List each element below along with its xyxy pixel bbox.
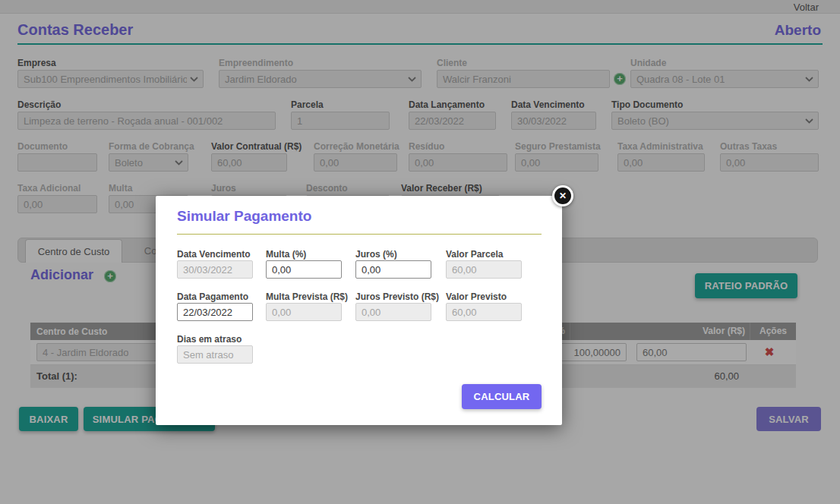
close-icon[interactable]: ✕: [552, 185, 573, 206]
calcular-button[interactable]: CALCULAR: [462, 384, 542, 409]
modal-data-pagamento-label: Data Pagamento: [177, 291, 248, 302]
modal-multa-pct-input[interactable]: [266, 260, 342, 279]
modal-juros-pct-label: Juros (%): [355, 249, 397, 260]
modal-dias-atraso-label: Dias em atraso: [177, 334, 242, 345]
modal-valor-parcela-label: Valor Parcela: [446, 249, 503, 260]
modal-juros-previsto-label: Juros Previsto (R$): [355, 291, 439, 302]
modal-multa-prevista-input[interactable]: [266, 303, 342, 321]
modal-divider: [177, 234, 542, 235]
contas-receber-page: Voltar Contas Receber Aberto Empresa Sub…: [0, 0, 840, 504]
modal-dias-atraso-input[interactable]: [177, 345, 253, 364]
simular-pagamento-modal: ✕ Simular Pagamento Data Vencimento Mult…: [156, 196, 562, 425]
modal-data-pagamento-input[interactable]: [177, 303, 253, 321]
modal-valor-previsto-label: Valor Previsto: [446, 291, 507, 302]
modal-data-vencimento-input[interactable]: [177, 260, 253, 279]
modal-juros-pct-input[interactable]: [355, 260, 431, 279]
modal-multa-prevista-label: Multa Prevista (R$): [266, 291, 348, 302]
modal-valor-previsto-input[interactable]: [446, 303, 522, 321]
modal-data-vencimento-label: Data Vencimento: [177, 249, 251, 260]
modal-multa-pct-label: Multa (%): [266, 249, 306, 260]
modal-title: Simular Pagamento: [177, 208, 311, 225]
modal-juros-previsto-input[interactable]: [355, 303, 431, 321]
modal-valor-parcela-input[interactable]: [446, 260, 522, 279]
